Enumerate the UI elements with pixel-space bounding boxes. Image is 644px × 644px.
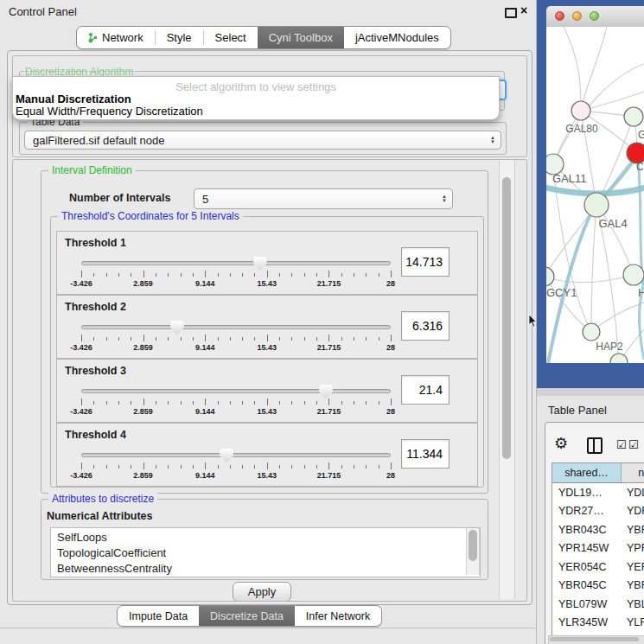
slider-track[interactable] bbox=[81, 261, 391, 265]
gear-icon[interactable]: ⚙ bbox=[554, 434, 568, 453]
slider-track[interactable] bbox=[81, 389, 391, 393]
node-ga[interactable] bbox=[624, 107, 643, 126]
table-panel-window: Table Panel ⚙ ☑ ☑ shared… name YDL19…YDL… bbox=[537, 396, 644, 644]
close-traffic-light-icon[interactable] bbox=[555, 11, 564, 21]
list-item[interactable]: TopologicalCoefficient bbox=[51, 545, 480, 561]
checkbox-icon[interactable]: ☑ bbox=[616, 438, 627, 451]
threshold-1-label: Threshold 1 bbox=[65, 237, 126, 249]
node-hap2[interactable] bbox=[583, 323, 600, 341]
slider-tick-labels: -3.4262.8599.14415.4321.71528 bbox=[81, 343, 391, 353]
tab-network-label: Network bbox=[102, 31, 143, 44]
slider-track[interactable] bbox=[81, 325, 391, 329]
cell: YPR1 bbox=[622, 542, 644, 554]
cell: YDR2 bbox=[622, 505, 644, 517]
settings-scrollbar[interactable] bbox=[499, 160, 515, 599]
number-of-intervals-combobox[interactable]: 5 ▲▼ bbox=[194, 188, 453, 209]
list-item[interactable]: BetweennessCentrality bbox=[51, 561, 480, 577]
cell: YER0 bbox=[622, 561, 644, 573]
threshold-4-value-field[interactable] bbox=[401, 439, 450, 469]
control-panel-titlebar: Control Panel × bbox=[0, 0, 536, 22]
slider-ticks bbox=[81, 399, 391, 406]
cell: YBR043C bbox=[552, 524, 622, 536]
slider-thumb[interactable] bbox=[253, 257, 267, 271]
tab-discretize-data[interactable]: Discretize Data bbox=[199, 606, 295, 626]
node-gal80[interactable] bbox=[571, 101, 590, 120]
node-gal4[interactable] bbox=[584, 193, 609, 217]
settings-scrollbar-thumb[interactable] bbox=[502, 177, 511, 459]
tab-jactivemnodules[interactable]: jActiveMNodules bbox=[344, 27, 450, 48]
tab-select[interactable]: Select bbox=[204, 27, 258, 48]
table-row[interactable]: YBR045CYBR0 bbox=[552, 577, 644, 596]
cell: YBL0 bbox=[622, 598, 644, 610]
slider-thumb[interactable] bbox=[170, 321, 184, 335]
network-window-titlebar[interactable] bbox=[546, 6, 644, 28]
tab-network[interactable]: Network bbox=[77, 27, 155, 48]
table-row[interactable]: YER054CYER0 bbox=[552, 558, 644, 577]
threshold-3-value-field[interactable] bbox=[401, 375, 450, 405]
threshold-4-label: Threshold 4 bbox=[65, 429, 126, 441]
table-horizontal-scrollbar-thumb[interactable] bbox=[550, 637, 639, 641]
tab-style-label: Style bbox=[167, 31, 192, 44]
interval-definition-label: Interval Definition bbox=[48, 164, 136, 176]
table-row[interactable]: YDR27…YDR2 bbox=[552, 502, 644, 521]
table-horizontal-scrollbar[interactable] bbox=[548, 635, 644, 644]
threshold-2-value-field[interactable] bbox=[401, 311, 450, 341]
screenshot-root: Control Panel × Network Style Select Cyn… bbox=[0, 0, 644, 644]
table-row[interactable]: YDL19…YDL1 bbox=[552, 483, 644, 502]
column-header-shared-name[interactable]: shared… bbox=[552, 463, 622, 482]
column-header-name[interactable]: name bbox=[622, 463, 644, 482]
threshold-1-slider[interactable]: -3.4262.8599.14415.4321.71528 bbox=[81, 261, 391, 292]
table-row[interactable]: YBL079WYBL0 bbox=[552, 595, 644, 614]
popup-placeholder: Select algorithm to view settings bbox=[13, 80, 499, 93]
list-item[interactable]: SelfLoops bbox=[51, 530, 480, 545]
node-label: C bbox=[636, 161, 644, 173]
list-scrollbar[interactable] bbox=[466, 528, 480, 575]
cell: YBL079W bbox=[552, 598, 622, 610]
table-row[interactable]: YBR043CYBR0 bbox=[552, 520, 644, 539]
window-close-icon[interactable]: × bbox=[520, 3, 527, 17]
apply-button-label: Apply bbox=[248, 585, 277, 598]
zoom-traffic-light-icon[interactable] bbox=[590, 11, 599, 21]
list-scrollbar-thumb[interactable] bbox=[469, 530, 477, 561]
checkbox-icon[interactable]: ☑ bbox=[628, 438, 639, 451]
node-bottom-partial[interactable] bbox=[610, 354, 628, 363]
node-label: H bbox=[638, 286, 644, 299]
threshold-4-slider[interactable]: -3.4262.8599.14415.4321.71528 bbox=[81, 453, 391, 484]
threshold-3-label: Threshold 3 bbox=[65, 365, 126, 377]
threshold-3-slider[interactable]: -3.4262.8599.14415.4321.71528 bbox=[81, 389, 391, 420]
cyni-bottom-tabbar: Impute Data Discretize Data Infer Networ… bbox=[117, 605, 382, 627]
table-row[interactable]: YPR145WYPR1 bbox=[552, 539, 644, 558]
slider-tick-labels: -3.4262.8599.14415.4321.71528 bbox=[81, 279, 391, 289]
tab-style[interactable]: Style bbox=[156, 27, 203, 48]
table-data-combobox[interactable]: galFiltered.sif default node ▲▼ bbox=[24, 131, 501, 150]
network-icon bbox=[88, 32, 98, 43]
threshold-2-slider[interactable]: -3.4262.8599.14415.4321.71528 bbox=[81, 325, 391, 356]
popup-option-manual-discretization[interactable]: Manual Discretization bbox=[16, 92, 131, 105]
threshold-1-value-field[interactable] bbox=[401, 247, 450, 277]
popup-option-equal-width[interactable]: Equal Width/Frequency Discretization bbox=[16, 105, 203, 118]
numerical-attributes-list[interactable]: SelfLoops TopologicalCoefficient Between… bbox=[50, 527, 481, 577]
slider-track[interactable] bbox=[81, 453, 391, 457]
cell: YDL19… bbox=[552, 487, 622, 499]
mouse-cursor bbox=[528, 315, 538, 328]
slider-thumb[interactable] bbox=[220, 449, 233, 462]
tab-infer-network-label: Infer Network bbox=[306, 610, 370, 622]
slider-thumb[interactable] bbox=[319, 385, 333, 399]
tab-cyni-toolbox[interactable]: Cyni Toolbox bbox=[258, 27, 344, 48]
tab-impute-data[interactable]: Impute Data bbox=[118, 606, 199, 626]
network-canvas[interactable]: GAL80 GA C GAL11 GAL4 GCY1 H HAP2 bbox=[546, 27, 644, 363]
threshold-3-panel: Threshold 3 -3.4262.8599.14415.4321.7152… bbox=[56, 359, 478, 423]
network-nodes bbox=[546, 101, 644, 363]
window-float-icon[interactable] bbox=[505, 8, 517, 18]
node-h[interactable] bbox=[623, 265, 644, 285]
table-row[interactable]: YLR345WYLR3 bbox=[552, 614, 644, 633]
split-view-icon[interactable] bbox=[587, 437, 603, 454]
tab-jactivemnodules-label: jActiveMNodules bbox=[355, 31, 439, 44]
node-label: GAL4 bbox=[598, 217, 627, 230]
minimize-traffic-light-icon[interactable] bbox=[572, 11, 582, 21]
cell: YLR345W bbox=[552, 616, 622, 628]
control-panel-window: Control Panel × Network Style Select Cyn… bbox=[0, 0, 537, 644]
node-gcy1[interactable] bbox=[546, 267, 554, 286]
apply-button[interactable]: Apply bbox=[233, 582, 291, 602]
tab-infer-network[interactable]: Infer Network bbox=[295, 606, 381, 626]
